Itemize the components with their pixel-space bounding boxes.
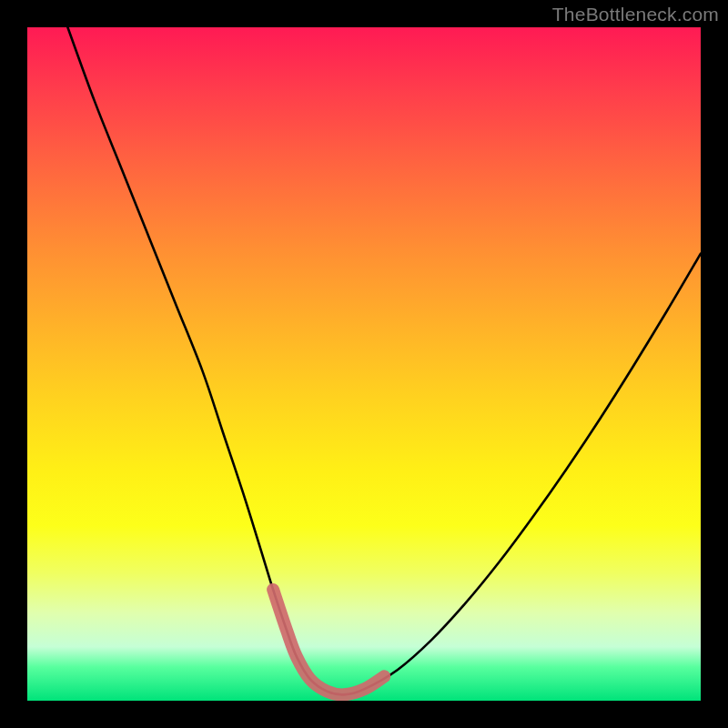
bottleneck-curve — [67, 27, 701, 694]
chart-svg — [27, 27, 701, 701]
plot-area — [27, 27, 701, 701]
highlight-region — [273, 590, 384, 695]
chart-frame: TheBottleneck.com — [0, 0, 728, 728]
watermark-text: TheBottleneck.com — [552, 4, 719, 25]
